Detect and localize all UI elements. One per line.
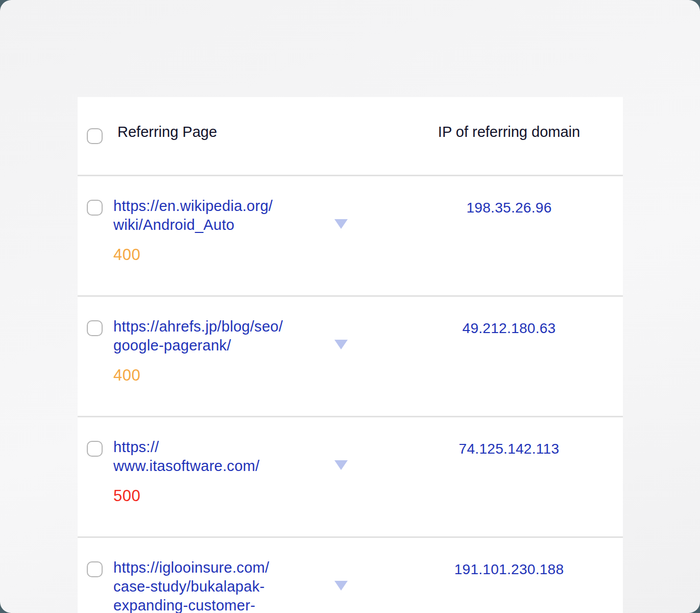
referring-page-link[interactable]: https://ahrefs.jp/blog/seo/google-pagera… bbox=[113, 317, 343, 355]
referring-page-cell: https://iglooinsure.com/case-study/bukal… bbox=[113, 558, 343, 613]
column-header-referring-page: Referring Page bbox=[117, 124, 217, 140]
row-checkbox[interactable] bbox=[87, 200, 103, 216]
table-body: https://en.wikipedia.org/wiki/Android_Au… bbox=[78, 175, 623, 613]
referring-pages-table: Referring Page IP of referring domain ht… bbox=[78, 97, 623, 613]
status-code-badge: 400 bbox=[113, 366, 343, 385]
status-code-badge: 400 bbox=[113, 246, 343, 264]
triangle-down-icon[interactable] bbox=[334, 581, 348, 591]
referring-page-link[interactable]: https://iglooinsure.com/case-study/bukal… bbox=[113, 558, 343, 613]
ip-value-link[interactable]: 191.101.230.188 bbox=[427, 561, 591, 578]
referring-page-link[interactable]: https://en.wikipedia.org/wiki/Android_Au… bbox=[113, 197, 343, 234]
row-checkbox[interactable] bbox=[87, 441, 103, 457]
ip-value-link[interactable]: 198.35.26.96 bbox=[427, 200, 591, 216]
select-all-checkbox[interactable] bbox=[87, 128, 103, 144]
referring-page-cell: https://en.wikipedia.org/wiki/Android_Au… bbox=[113, 197, 343, 264]
page-background: Referring Page IP of referring domain ht… bbox=[0, 0, 700, 613]
status-code-badge: 500 bbox=[113, 487, 343, 505]
row-checkbox[interactable] bbox=[87, 561, 103, 577]
table-row: https://www.itasoftware.com/ 500 74.125.… bbox=[78, 416, 623, 536]
triangle-down-icon[interactable] bbox=[334, 340, 348, 349]
column-header-ip: IP of referring domain bbox=[427, 124, 591, 140]
row-checkbox[interactable] bbox=[87, 320, 103, 336]
referring-page-cell: https://ahrefs.jp/blog/seo/google-pagera… bbox=[113, 317, 343, 385]
ip-value-link[interactable]: 49.212.180.63 bbox=[427, 320, 591, 337]
triangle-down-icon[interactable] bbox=[334, 460, 348, 470]
referring-page-cell: https://www.itasoftware.com/ 500 bbox=[113, 438, 343, 505]
triangle-down-icon[interactable] bbox=[334, 219, 348, 229]
referring-page-link[interactable]: https://www.itasoftware.com/ bbox=[113, 438, 343, 476]
ip-value-link[interactable]: 74.125.142.113 bbox=[427, 441, 591, 457]
table-header-row: Referring Page IP of referring domain bbox=[78, 97, 623, 175]
table-row: https://ahrefs.jp/blog/seo/google-pagera… bbox=[78, 295, 623, 416]
table-row: https://en.wikipedia.org/wiki/Android_Au… bbox=[78, 175, 623, 295]
table-row: https://iglooinsure.com/case-study/bukal… bbox=[78, 536, 623, 613]
